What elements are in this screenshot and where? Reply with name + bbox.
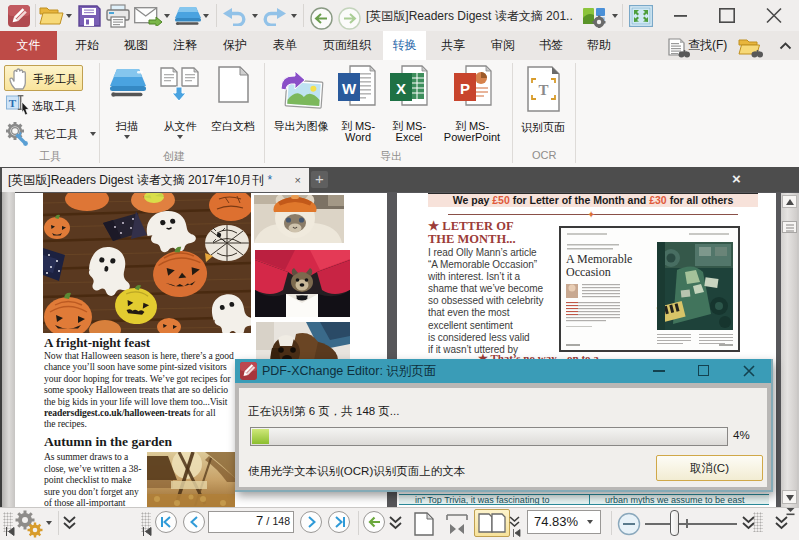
svg-text:A Memorable: A Memorable [566,252,632,266]
svg-text:T: T [9,97,17,109]
svg-text:Occasion: Occasion [566,265,611,279]
svg-text:X: X [396,80,406,97]
svg-text:W: W [342,80,357,97]
svg-text:T: T [538,82,548,98]
svg-text:P: P [460,80,470,97]
